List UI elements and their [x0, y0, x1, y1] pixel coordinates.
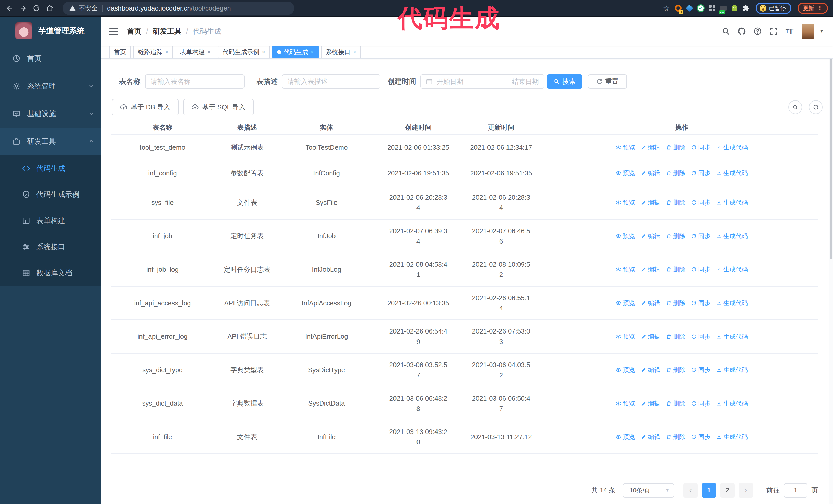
tab-form-builder[interactable]: 表单构建× [175, 46, 215, 58]
sync-link[interactable]: 同步 [691, 143, 711, 151]
delete-link[interactable]: 删除 [666, 265, 685, 273]
sidebar-item-infra[interactable]: 基础设施 [0, 100, 101, 128]
sidebar-item-codegen[interactable]: 代码生成 [0, 155, 101, 182]
table-desc-input[interactable] [282, 74, 380, 89]
edit-link[interactable]: 编辑 [641, 433, 660, 441]
page-size-select[interactable]: 10条/页 ▼ [623, 483, 674, 498]
preview-link[interactable]: 预览 [616, 433, 635, 441]
show-search-button[interactable] [788, 100, 802, 114]
next-page-button[interactable]: › [739, 483, 753, 498]
preview-link[interactable]: 预览 [616, 198, 635, 207]
sidebar-item-db-doc[interactable]: 数据库文档 [0, 260, 101, 286]
bookmark-star-icon[interactable]: ☆ [661, 4, 671, 13]
tab-system-api[interactable]: 系统接口× [321, 46, 361, 58]
delete-link[interactable]: 删除 [666, 333, 685, 341]
preview-link[interactable]: 预览 [616, 400, 635, 408]
tab-codegen-demo[interactable]: 代码生成示例× [218, 46, 270, 58]
sidebar-item-system[interactable]: 系统管理 [0, 72, 101, 100]
preview-link[interactable]: 预览 [616, 299, 635, 307]
reload-icon[interactable] [30, 2, 43, 15]
sync-link[interactable]: 同步 [691, 400, 711, 408]
tab-tracing[interactable]: 链路追踪× [133, 46, 173, 58]
preview-link[interactable]: 预览 [616, 265, 635, 273]
fullscreen-icon[interactable] [768, 26, 779, 37]
home-icon[interactable] [43, 2, 56, 15]
edit-link[interactable]: 编辑 [641, 169, 660, 177]
close-icon[interactable]: × [262, 49, 265, 55]
table-name-input[interactable] [145, 74, 244, 89]
sync-link[interactable]: 同步 [691, 169, 711, 177]
goto-page-input[interactable] [784, 483, 807, 498]
sync-link[interactable]: 同步 [691, 299, 711, 307]
generate-code-link[interactable]: 生成代码 [716, 143, 748, 151]
tab-home[interactable]: 首页 [109, 46, 131, 58]
sidebar-item-devtools[interactable]: 研发工具 [0, 128, 101, 155]
page-button-2[interactable]: 2 [720, 483, 735, 498]
generate-code-link[interactable]: 生成代码 [716, 400, 748, 408]
generate-code-link[interactable]: 生成代码 [716, 198, 748, 207]
edit-link[interactable]: 编辑 [641, 299, 660, 307]
user-avatar[interactable] [802, 24, 814, 39]
close-icon[interactable]: × [353, 49, 356, 55]
sidebar-item-form-builder[interactable]: 表单构建 [0, 208, 101, 234]
back-icon[interactable] [3, 2, 17, 15]
sync-link[interactable]: 同步 [691, 366, 711, 374]
font-size-icon[interactable]: TT [784, 26, 795, 37]
close-icon[interactable]: × [165, 49, 168, 55]
address-bar[interactable]: 不安全 dashboard.yudao.iocoder.cn/tool/code… [63, 2, 294, 15]
preview-link[interactable]: 预览 [616, 333, 635, 341]
generate-code-link[interactable]: 生成代码 [716, 232, 748, 240]
sidebar-item-home[interactable]: 首页 [0, 45, 101, 72]
forward-icon[interactable] [17, 2, 30, 15]
extensions-puzzle-icon[interactable] [741, 4, 751, 13]
preview-link[interactable]: 预览 [616, 366, 635, 374]
extension-check-icon[interactable]: ✓ [696, 4, 705, 13]
generate-code-link[interactable]: 生成代码 [716, 169, 748, 177]
sync-link[interactable]: 同步 [691, 198, 711, 207]
update-button[interactable]: 更新 ⋮ [798, 3, 828, 14]
edit-link[interactable]: 编辑 [641, 265, 660, 273]
edit-link[interactable]: 编辑 [641, 333, 660, 341]
sync-link[interactable]: 同步 [691, 232, 711, 240]
extension-on-icon[interactable]: on [719, 4, 728, 13]
delete-link[interactable]: 删除 [666, 169, 685, 177]
extension-gem-icon[interactable] [685, 4, 694, 13]
refresh-button[interactable] [809, 100, 823, 114]
extension-loom-icon[interactable]: 1 [673, 4, 683, 13]
delete-link[interactable]: 删除 [666, 299, 685, 307]
generate-code-link[interactable]: 生成代码 [716, 265, 748, 273]
close-icon[interactable]: × [311, 49, 314, 55]
delete-link[interactable]: 删除 [666, 366, 685, 374]
breadcrumb-home[interactable]: 首页 [127, 26, 142, 36]
generate-code-link[interactable]: 生成代码 [716, 299, 748, 307]
preview-link[interactable]: 预览 [616, 169, 635, 177]
caret-down-icon[interactable]: ▼ [820, 29, 824, 33]
sidebar-item-codegen-demo[interactable]: 代码生成示例 [0, 182, 101, 208]
delete-link[interactable]: 删除 [666, 433, 685, 441]
app-logo-row[interactable]: 芋道管理系统 [0, 17, 101, 45]
help-icon[interactable] [752, 26, 763, 37]
paused-badge[interactable]: 已暂停 [756, 3, 791, 14]
generate-code-link[interactable]: 生成代码 [716, 366, 748, 374]
edit-link[interactable]: 编辑 [641, 232, 660, 240]
page-button-1[interactable]: 1 [702, 483, 716, 498]
reset-button[interactable]: 重置 [588, 74, 627, 89]
edit-link[interactable]: 编辑 [641, 143, 660, 151]
edit-link[interactable]: 编辑 [641, 198, 660, 207]
delete-link[interactable]: 删除 [666, 198, 685, 207]
edit-link[interactable]: 编辑 [641, 366, 660, 374]
delete-link[interactable]: 删除 [666, 143, 685, 151]
search-icon[interactable] [720, 26, 732, 37]
date-range-picker[interactable]: 开始日期 - 结束日期 [420, 74, 544, 89]
import-db-button[interactable]: 基于 DB 导入 [112, 99, 178, 115]
close-icon[interactable]: × [207, 49, 211, 55]
github-icon[interactable] [736, 26, 747, 37]
extension-grid-icon[interactable] [708, 4, 717, 13]
preview-link[interactable]: 预览 [616, 143, 635, 151]
delete-link[interactable]: 删除 [666, 232, 685, 240]
generate-code-link[interactable]: 生成代码 [716, 333, 748, 341]
preview-link[interactable]: 预览 [616, 232, 635, 240]
hamburger-icon[interactable] [109, 28, 118, 35]
delete-link[interactable]: 删除 [666, 400, 685, 408]
breadcrumb-devtools[interactable]: 研发工具 [153, 26, 182, 36]
